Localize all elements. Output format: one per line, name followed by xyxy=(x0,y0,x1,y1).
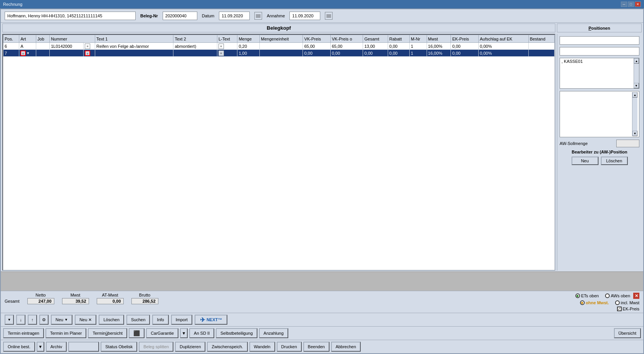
loeschen-toolbar-button[interactable]: Löschen xyxy=(99,315,124,325)
radio-row1: ETs oben AWs oben ✕ xyxy=(575,293,639,299)
minimize-button[interactable]: ─ xyxy=(621,2,627,7)
table-row[interactable]: 6 A 1L0142000 ≡ Reifen von Felge ab-/anm… xyxy=(3,43,555,50)
patient-field[interactable] xyxy=(5,12,136,20)
table-scroll[interactable]: Pos. Art Job Nummer Text 1 Text 2 L-Text… xyxy=(3,35,555,270)
annahme-menu-icon[interactable] xyxy=(325,12,333,20)
ets-oben-radio[interactable]: ETs oben xyxy=(575,293,599,298)
totals-right: ETs oben AWs oben ✕ ohne Mwst. incl. Mws… xyxy=(575,293,639,311)
move-down-btn[interactable]: ↓ xyxy=(16,315,25,325)
cell-job xyxy=(36,50,50,57)
cell-ltext[interactable]: ≡ xyxy=(217,43,237,50)
next-plane-icon: ✈ xyxy=(200,316,205,324)
online-best-button[interactable]: Online best. xyxy=(3,342,35,352)
annahme-field[interactable] xyxy=(289,12,320,20)
an-sd-ii-button[interactable]: An SD II xyxy=(189,328,214,338)
anzahlung-button[interactable]: Anzahlung xyxy=(259,328,288,338)
neu2-button[interactable]: Neu ✕ xyxy=(75,315,96,325)
import-button[interactable]: Import xyxy=(171,315,192,325)
cell-nummer-icon[interactable]: ≡ xyxy=(84,43,95,50)
kasse-scrollbar[interactable]: ▲ ▼ xyxy=(634,58,639,88)
ek-preis-label: EK-Preis xyxy=(623,307,639,311)
sidebar-textarea[interactable]: ▲ ▼ xyxy=(560,91,639,137)
cell-gesamt: 13,00 xyxy=(363,43,388,50)
zwischenspeich-button[interactable]: Zwischenspeich. xyxy=(207,342,247,352)
col-ekpreis: EK-Preis xyxy=(451,35,479,43)
netto-label: Netto xyxy=(35,293,45,297)
gear-btn[interactable]: ⚙ xyxy=(39,315,49,325)
row7-art-dropdown[interactable]: ▼ xyxy=(26,51,30,55)
info-button[interactable]: Info xyxy=(152,315,168,325)
beenden-button[interactable]: Beenden xyxy=(303,342,330,352)
datum-field[interactable] xyxy=(219,12,250,20)
cell-vkpreis: 0,00 xyxy=(303,50,331,57)
fingerprint-icon: ⬛ xyxy=(133,330,140,336)
col-gesamt: Gesamt xyxy=(363,35,388,43)
row6-ltext-icon[interactable]: ≡ xyxy=(219,44,224,49)
cell-art[interactable]: ≡ ▼ xyxy=(19,50,36,57)
datum-menu-icon[interactable] xyxy=(254,12,262,20)
termin-eintragen-button[interactable]: Termin eintragen xyxy=(3,328,44,338)
scroll-up-btn2[interactable]: ▲ xyxy=(632,92,637,98)
close-button[interactable]: ✕ xyxy=(635,2,641,7)
status-obelisk-button[interactable]: Status Obelisk xyxy=(101,342,137,352)
row6-list-icon[interactable]: ≡ xyxy=(85,44,90,49)
drucken-button[interactable]: Drucken xyxy=(277,342,302,352)
sidebar-field1[interactable] xyxy=(560,36,639,45)
loeschen-button[interactable]: Löschen xyxy=(601,157,628,165)
cell-ltext[interactable]: ≡ xyxy=(217,50,237,57)
abbrechen-button[interactable]: Abbrechen xyxy=(331,342,361,352)
aws-oben-label: AWs oben xyxy=(611,293,630,298)
fingerprint-button[interactable]: ⬛ xyxy=(129,328,145,338)
terminuebersicht-button[interactable]: Terminübersicht xyxy=(88,328,127,338)
cell-nummer-icon[interactable]: ≡ xyxy=(84,50,95,57)
online-best-arrow-button[interactable]: ▼ xyxy=(37,342,44,352)
neu-button[interactable]: Neu xyxy=(572,157,599,165)
row7-art-icon[interactable]: ≡ xyxy=(20,51,26,56)
aw-sollmenge-input[interactable] xyxy=(616,140,639,147)
positions-table: Pos. Art Job Nummer Text 1 Text 2 L-Text… xyxy=(3,35,555,57)
incl-mwst-radio[interactable]: incl. Mwst xyxy=(615,300,639,305)
empty-button[interactable] xyxy=(68,342,99,352)
cell-pos: 6 xyxy=(3,43,19,50)
archiv-button[interactable]: Archiv xyxy=(46,342,67,352)
col-ltext: L-Text xyxy=(217,35,237,43)
cell-menge: 0,20 xyxy=(237,43,260,50)
cell-mwst: 16,00% xyxy=(427,43,451,50)
cell-aufschlag: 0,00% xyxy=(478,43,528,50)
move-up-btn[interactable]: ↑ xyxy=(28,315,37,325)
uebersicht-button[interactable]: Übersicht xyxy=(614,328,641,338)
termin-im-planer-button[interactable]: Termin im Planer xyxy=(45,328,87,338)
col-bestand: Bestand xyxy=(528,35,554,43)
positionen-header: Positionen xyxy=(557,24,642,32)
sidebar-kasse-dropdown[interactable]: , KASSE01 ▲ ▼ xyxy=(560,58,639,89)
textarea-scrollbar[interactable]: ▲ ▼ xyxy=(632,92,637,136)
cell-text1: Reifen von Felge ab-/anmor xyxy=(95,43,173,50)
action-bar-2: Online best. ▼ Archiv Status Obelisk Bel… xyxy=(1,340,643,353)
beleg-nr-field[interactable] xyxy=(163,12,197,20)
scroll-down-btn2[interactable]: ▼ xyxy=(632,131,637,136)
ohne-mwst-radio[interactable]: ohne Mwst. xyxy=(580,300,609,305)
sidebar-field2[interactable] xyxy=(560,47,639,56)
row7-list-icon[interactable]: ≡ xyxy=(85,51,90,56)
selbstbeteiligung-button[interactable]: Selbstbeteiligung xyxy=(216,328,257,338)
ek-preis-checkbox[interactable]: ✓ xyxy=(617,307,622,311)
cargarantie-arrow-button[interactable]: ▼ xyxy=(180,328,188,338)
arrow-down-btn[interactable]: ▼ xyxy=(5,315,14,325)
next-button[interactable]: ✈ NEXT™ xyxy=(195,315,227,325)
wandeln-button[interactable]: Wandeln xyxy=(249,342,275,352)
scroll-down-btn[interactable]: ▼ xyxy=(634,83,639,88)
suchen-button[interactable]: Suchen xyxy=(126,315,150,325)
neu1-button[interactable]: Neu ▼ xyxy=(51,315,72,325)
maximize-button[interactable]: □ xyxy=(628,2,634,7)
table-row[interactable]: 7 ≡ ▼ ≡ ≡ xyxy=(3,50,555,57)
row7-ltext-icon[interactable]: ≡ xyxy=(219,51,224,56)
cargarantie-button[interactable]: CarGarantie xyxy=(146,328,178,338)
scroll-up-btn[interactable]: ▲ xyxy=(634,58,639,64)
aws-oben-radio[interactable]: AWs oben xyxy=(605,293,630,298)
netto-column: Netto 247,00 xyxy=(27,293,54,304)
cell-rabatt: 0,00 xyxy=(388,43,410,50)
cell-nummer xyxy=(50,50,84,57)
duplizieren-button[interactable]: Duplizieren xyxy=(175,342,205,352)
totals-bar: Gesamt Netto 247,00 Mwst 39,52 AT-Mwst 0… xyxy=(1,291,643,313)
close-x-button[interactable]: ✕ xyxy=(633,293,639,299)
